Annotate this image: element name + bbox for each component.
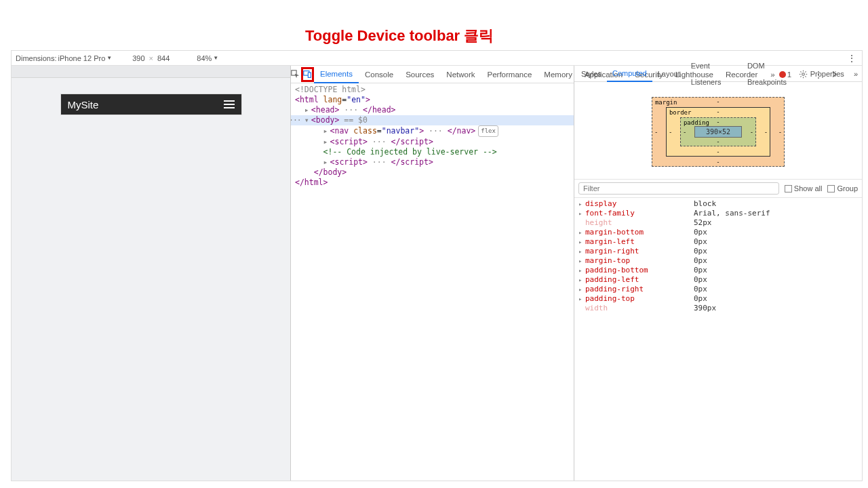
site-navbar: MySite <box>61 94 241 115</box>
tab-elements[interactable]: Elements <box>314 66 359 83</box>
computed-prop-value: 0px <box>694 228 707 237</box>
computed-prop-value: 52px <box>694 218 712 228</box>
filter-input[interactable] <box>578 182 779 195</box>
toggle-device-toolbar-icon[interactable] <box>301 67 314 82</box>
computed-row[interactable]: ▸padding-left0px <box>574 275 862 285</box>
tab-performance[interactable]: Performance <box>481 66 538 83</box>
computed-prop-value: 0px <box>694 247 707 256</box>
devtools-tabbar: Elements Console Sources Network Perform… <box>291 66 574 83</box>
svg-rect-2 <box>308 73 311 77</box>
computed-prop-name: padding-left <box>585 275 694 285</box>
computed-properties-list[interactable]: ▸displayblock▸font-familyArial, sans-ser… <box>574 198 862 481</box>
computed-row[interactable]: ▸margin-left0px <box>574 237 862 247</box>
dom-nav[interactable]: <nav class="navbar"> ··· </nav> <box>330 126 476 136</box>
tab-console[interactable]: Console <box>359 66 399 83</box>
dimension-separator: × <box>149 54 153 62</box>
computed-prop-name: padding-bottom <box>585 266 694 275</box>
device-preview-pane: MySite <box>12 66 291 481</box>
dom-comment[interactable]: <!-- Code injected by live-server --> <box>323 147 497 157</box>
computed-prop-name: padding-top <box>585 294 694 304</box>
styles-sidebar: Styles Computed Layout Event Listeners D… <box>574 66 862 481</box>
computed-row[interactable]: width390px <box>574 304 862 313</box>
group-checkbox[interactable]: Group <box>827 184 858 192</box>
computed-prop-value: 0px <box>694 275 707 285</box>
dom-doctype[interactable]: <!DOCTYPE html> <box>295 85 366 94</box>
computed-prop-value: 390px <box>694 304 716 313</box>
device-toolbar-kebab-icon[interactable]: ⋮ <box>847 53 856 64</box>
computed-prop-name: padding-right <box>585 285 694 294</box>
box-model-diagram[interactable]: margin - - - - border - - - - padding <box>574 82 862 179</box>
computed-row[interactable]: ▸padding-right0px <box>574 285 862 294</box>
computed-row[interactable]: ▸font-familyArial, sans-serif <box>574 209 862 218</box>
computed-prop-value: 0px <box>694 285 707 294</box>
more-tabs-icon[interactable]: » <box>850 70 862 78</box>
hamburger-icon[interactable] <box>224 98 235 110</box>
computed-prop-name: display <box>585 199 694 209</box>
ruler <box>12 66 290 78</box>
show-all-checkbox[interactable]: Show all <box>785 184 823 192</box>
computed-prop-value: Arial, sans-serif <box>694 209 770 218</box>
dom-selected-marker: == $0 <box>339 115 368 125</box>
computed-prop-value: 0px <box>694 256 707 266</box>
computed-row[interactable]: ▸padding-top0px <box>574 294 862 304</box>
device-frame: MySite <box>61 94 241 115</box>
computed-prop-name: margin-left <box>585 237 694 247</box>
computed-row[interactable]: height52px <box>574 218 862 228</box>
tab-computed[interactable]: Computed <box>607 66 652 82</box>
tab-styles[interactable]: Styles <box>576 66 607 82</box>
dom-head[interactable]: <head> ··· </head> <box>311 105 396 115</box>
tab-memory[interactable]: Memory <box>538 66 578 83</box>
tab-network[interactable]: Network <box>440 66 481 83</box>
tab-layout[interactable]: Layout <box>652 66 686 82</box>
devtools-window: Dimensions: iPhone 12 Pro ▼ 390 × 844 84… <box>11 50 863 481</box>
annotation-label: Toggle Device toolbar 클릭 <box>305 26 494 46</box>
dropdown-icon[interactable]: ▼ <box>106 55 112 61</box>
box-model-content: 390×52 <box>694 126 742 138</box>
device-width-input[interactable]: 390 <box>132 54 144 62</box>
computed-row[interactable]: ▸displayblock <box>574 199 862 209</box>
computed-row[interactable]: ▸margin-right0px <box>574 247 862 256</box>
computed-row[interactable]: ▸margin-bottom0px <box>574 228 862 237</box>
dimensions-label: Dimensions: <box>16 54 57 62</box>
computed-prop-name: margin-top <box>585 256 694 266</box>
site-title: MySite <box>68 99 99 110</box>
computed-row[interactable]: ▸margin-top0px <box>574 256 862 266</box>
dom-html-open[interactable]: <html lang="en"> <box>295 95 370 104</box>
computed-row[interactable]: ▸padding-bottom0px <box>574 266 862 275</box>
computed-prop-value: 0px <box>694 266 707 275</box>
computed-prop-name: width <box>585 304 694 313</box>
inspect-element-icon[interactable] <box>291 67 300 82</box>
dom-script1[interactable]: <script> ··· </script> <box>330 137 433 146</box>
computed-prop-name: height <box>585 218 694 228</box>
computed-prop-value: 0px <box>694 294 707 304</box>
tab-sources[interactable]: Sources <box>399 66 440 83</box>
dom-body[interactable]: <body> <box>311 115 340 125</box>
computed-prop-value: 0px <box>694 237 707 247</box>
dom-tree[interactable]: <!DOCTYPE html> <html lang="en"> ▸<head>… <box>291 83 574 481</box>
device-select[interactable]: iPhone 12 Pro <box>58 54 106 62</box>
computed-prop-name: font-family <box>585 209 694 218</box>
dropdown-icon[interactable]: ▼ <box>213 55 218 61</box>
computed-prop-name: margin-right <box>585 247 694 256</box>
tab-properties[interactable]: Properties <box>805 66 850 82</box>
zoom-select[interactable]: 84% <box>197 54 212 62</box>
device-height-input[interactable]: 844 <box>157 54 170 62</box>
flex-badge[interactable]: flex <box>478 125 498 137</box>
dom-body-close[interactable]: </body> <box>314 167 347 177</box>
computed-prop-name: margin-bottom <box>585 228 694 237</box>
computed-prop-value: block <box>694 199 716 209</box>
dom-script2[interactable]: <script> ··· </script> <box>330 157 433 167</box>
sidebar-tabbar: Styles Computed Layout Event Listeners D… <box>574 66 862 82</box>
dom-html-close[interactable]: </html> <box>295 178 328 187</box>
